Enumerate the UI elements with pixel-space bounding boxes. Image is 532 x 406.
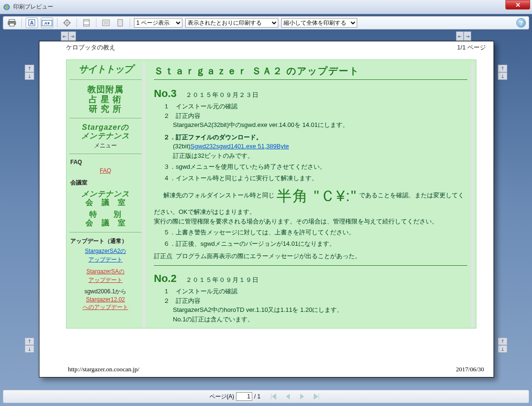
portrait-button[interactable]: A — [26, 18, 38, 28]
faq-link[interactable]: FAQ — [69, 167, 142, 174]
toolbar-separator — [96, 18, 96, 28]
prev-page-button[interactable] — [282, 391, 294, 402]
sa2-update-link[interactable]: StargazerSA2の — [69, 247, 142, 255]
toolbar-separator — [21, 18, 22, 28]
sg1202-link[interactable]: Stargazer12.02 — [69, 296, 142, 303]
entry-section: ２．訂正ファイルのダウンロード。 — [163, 327, 467, 328]
help-button[interactable]: ? — [516, 18, 526, 28]
margin-handle-right-top[interactable]: ⤒⤓ — [498, 65, 507, 80]
entry-line: StargazerSA2(32bit)中のsgwd.exe ver.14.00を… — [163, 120, 467, 130]
sg1202-link[interactable]: へのアップデート — [69, 303, 142, 311]
entry-line: No.1の訂正は含んでいます。 — [163, 315, 467, 324]
page-header: ケロブッタの教え 1/1 ページ — [39, 41, 494, 52]
margin-handle-top-left[interactable]: ⇤⇥ — [61, 31, 76, 41]
sidebar-site-top[interactable]: サイトトップ — [69, 63, 142, 80]
sidebar-maintenance[interactable]: Stargazerの メンテナンス メニュー — [69, 123, 142, 154]
entry-heading: No.3 — [154, 87, 177, 99]
entry-no2: No.2 ２０１５年０９月１９日 １ インストール元の確認 ２ 訂正内容 Sta… — [154, 272, 467, 328]
entry-line: ３．sgwdメニューを使用していたら終了させてください。 — [163, 162, 467, 172]
institute-line: 研 究 所 — [69, 104, 142, 114]
entry-line: 解凍先のフォルダインストール時と同じ — [163, 192, 275, 199]
main-content: Ｓｔａｒｇａｚｅｒ ＳＡ２ のアップデート No.3 ２０１５年０９月２３日 １… — [147, 60, 476, 328]
big-path-text: 半角 "Ｃ¥:" — [276, 187, 357, 204]
next-page-button[interactable] — [296, 391, 308, 402]
page-display-select[interactable]: 1 ページ表示 — [134, 18, 182, 28]
sa-update-link[interactable]: StargazerSAの — [69, 268, 142, 276]
toolbar-separator — [76, 18, 77, 28]
margin-handle-right-bottom[interactable]: ⤒⤓ — [498, 338, 507, 353]
print-button[interactable] — [6, 18, 18, 28]
toolbar: A A▾ 1 ページ表示 表示されたとおりに印刷する 縮小して全体を印刷する ? — [3, 16, 529, 29]
download-link[interactable]: Sgwd232sgwd1401.exe 51,389Byte — [190, 143, 289, 150]
entry-line: 実行の際に管理権限を要求される場合があります。その場合は、管理権限を与えて続行し… — [154, 217, 467, 226]
page-footer: http://stargazer.on.coocan.jp/ 2017/06/3… — [39, 366, 494, 373]
svg-rect-14 — [103, 20, 109, 26]
dl-prefix: (32bit) — [173, 143, 190, 150]
page-number-input[interactable] — [236, 392, 252, 401]
menu-label: メニュー — [69, 142, 142, 150]
sidebar-maint-room[interactable]: メンテナンス 会 議 室 — [69, 190, 142, 207]
help-icon: ? — [519, 19, 523, 27]
page-header-count: 1/1 ページ — [457, 43, 486, 52]
entry-line: ４．インストール時と同じように実行して解凍します。 — [163, 174, 467, 183]
footer-date: 2017/06/30 — [456, 366, 484, 373]
preview-stage: ⇤⇥ ⇤⇥ ⤒⤓ ⤒⤓ ⤒⤓ ⤒⤓ ケロブッタの教え 1/1 ページ サイトトッ… — [3, 30, 529, 391]
close-icon: ✕ — [515, 1, 521, 9]
pager-bar: ページ(A) / 1 — [3, 390, 529, 403]
entry-line: １ インストール元の確認 — [163, 287, 467, 296]
sa-update-link[interactable]: アップデート — [69, 276, 142, 284]
main-scrollbar[interactable] — [471, 62, 474, 327]
entry-line: StargazerSA2中のhoroTD ver.1.10又は1.11を 1.2… — [163, 305, 467, 315]
header-footer-button[interactable] — [81, 18, 92, 28]
margin-handle-left-bottom[interactable]: ⤒⤓ — [25, 338, 34, 353]
entry-heading: No.2 — [154, 272, 177, 284]
print-mode-select[interactable]: 表示されたとおりに印刷する — [185, 18, 278, 28]
last-page-button[interactable] — [310, 391, 323, 402]
entry-section: ２．訂正ファイルのダウンロード。 — [163, 133, 467, 142]
svg-rect-1 — [9, 19, 15, 21]
gear-button[interactable] — [61, 18, 73, 28]
site-top-label: サイトトップ — [69, 63, 142, 76]
entry-line: ２ 訂正内容 — [163, 296, 467, 306]
ie-icon — [3, 3, 10, 11]
sidebar-scrollbar[interactable] — [142, 62, 145, 327]
margin-handle-top-right[interactable]: ⇤⇥ — [456, 31, 471, 41]
faq-heading: FAQ — [70, 159, 142, 165]
window-buttons: ✕ — [504, 0, 530, 10]
margin-handle-left-top[interactable]: ⤒⤓ — [25, 65, 34, 80]
page-paper: ケロブッタの教え 1/1 ページ サイトトップ 教団附属 占 星 術 研 究 所… — [39, 41, 494, 377]
footer-url: http://stargazer.on.coocan.jp/ — [68, 366, 139, 373]
toolbar-separator — [57, 18, 57, 28]
sa2-update-link[interactable]: アップデート — [69, 256, 142, 264]
window-titlebar: 印刷プレビュー ✕ — [0, 0, 532, 14]
svg-point-4 — [14, 22, 15, 23]
special-room-line: 会 議 室 — [69, 219, 142, 227]
fix-label: 訂正点 — [154, 252, 172, 260]
full-page-button[interactable] — [114, 18, 126, 28]
meeting-heading: 会議室 — [70, 179, 142, 187]
special-room-line: 特 別 — [69, 210, 142, 219]
page-content: サイトトップ 教団附属 占 星 術 研 究 所 Stargazerの メンテナン… — [66, 59, 476, 329]
first-page-button[interactable] — [267, 391, 280, 402]
toolbar-separator — [130, 18, 130, 28]
sidebar-special-room[interactable]: 特 別 会 議 室 — [69, 210, 142, 228]
landscape-button[interactable]: A▾ — [41, 18, 53, 28]
maintenance-line: メンテナンス — [69, 132, 142, 140]
institute-line: 占 星 術 — [69, 95, 142, 105]
sidebar: サイトトップ 教団附属 占 星 術 研 究 所 Stargazerの メンテナン… — [66, 60, 147, 328]
dl-note: 訂正版は32ビットのみです。 — [173, 151, 467, 161]
entry-date: ２０１５年０９月２３日 — [186, 91, 259, 98]
svg-rect-11 — [84, 19, 89, 26]
entry-date: ２０１５年０９月１９日 — [186, 276, 259, 283]
maint-room-line: 会 議 室 — [69, 198, 142, 207]
sidebar-institute[interactable]: 教団附属 占 星 術 研 究 所 — [69, 85, 142, 118]
entry-no3: No.3 ２０１５年０９月２３日 １ インストール元の確認 ２ 訂正内容 Sta… — [154, 87, 467, 266]
entry-line: ５．上書き警告メッセージに対しては、上書きを許可してください。 — [163, 228, 467, 237]
maint-room-line: メンテナンス — [69, 190, 142, 198]
shrink-select[interactable]: 縮小して全体を印刷する — [281, 18, 357, 28]
close-button[interactable]: ✕ — [505, 0, 530, 10]
entry-line: １ インストール元の確認 — [163, 102, 467, 111]
pager-label: ページ(A) — [209, 393, 234, 401]
svg-point-6 — [66, 22, 68, 24]
full-width-button[interactable] — [100, 18, 112, 28]
